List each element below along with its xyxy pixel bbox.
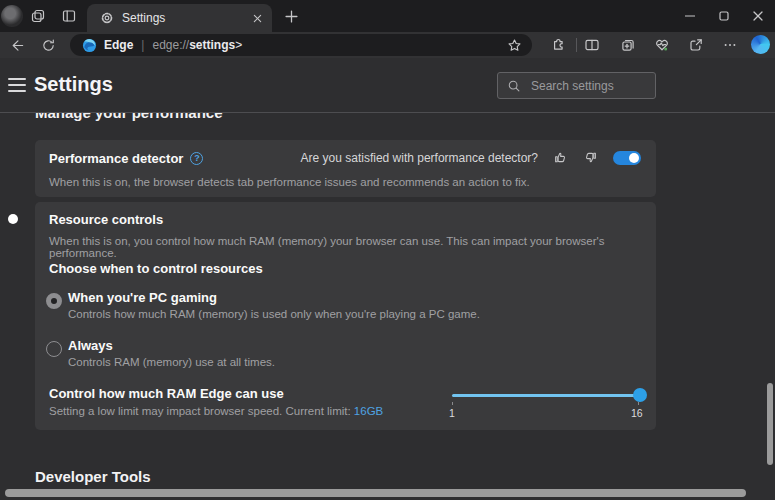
search-icon: [507, 79, 521, 93]
address-bar[interactable]: Edge | edge://settings>: [70, 34, 532, 56]
close-icon[interactable]: [741, 0, 775, 32]
refresh-icon[interactable]: [39, 36, 57, 54]
performance-detector-card: Performance detector ? Are you satisfied…: [35, 140, 656, 197]
minimize-icon[interactable]: [673, 0, 707, 32]
slider-min-label: 1: [449, 407, 455, 419]
menu-icon[interactable]: [8, 78, 26, 92]
slider-max-label: 16: [631, 407, 643, 419]
radio-pc-gaming-label[interactable]: When you're PC gaming: [68, 290, 217, 305]
workspaces-icon[interactable]: [30, 8, 46, 24]
more-menu-icon[interactable]: [721, 36, 739, 54]
current-limit-link[interactable]: 16GB: [354, 405, 383, 417]
ram-limit-title: Control how much RAM Edge can use: [49, 386, 284, 401]
window-controls: [673, 0, 775, 32]
resource-controls-title: Resource controls: [49, 212, 163, 227]
resource-controls-card: Resource controls When this is on, you c…: [35, 202, 656, 430]
tab-close-icon[interactable]: [253, 14, 262, 23]
search-input[interactable]: [529, 78, 643, 94]
vertical-scrollbar[interactable]: [767, 383, 773, 465]
gear-icon: [100, 11, 114, 25]
maximize-icon[interactable]: [707, 0, 741, 32]
address-url: edge://settings>: [152, 38, 242, 52]
radio-pc-gaming[interactable]: [46, 293, 62, 309]
profile-avatar[interactable]: [1, 5, 23, 27]
copilot-icon[interactable]: [751, 35, 770, 54]
collections-icon[interactable]: [619, 36, 637, 54]
ram-limit-description: Setting a low limit may impact browser s…: [49, 405, 383, 417]
section-title-developer-tools: Developer Tools: [35, 468, 151, 485]
split-screen-icon[interactable]: [583, 36, 601, 54]
page-title: Settings: [34, 73, 113, 96]
search-settings-box[interactable]: [497, 72, 656, 99]
feedback-question: Are you satisfied with performance detec…: [301, 151, 538, 165]
edge-logo-icon: [82, 38, 97, 53]
thumbs-up-icon[interactable]: [553, 150, 568, 165]
favorite-star-icon[interactable]: [507, 38, 522, 53]
horizontal-scrollbar[interactable]: [5, 489, 746, 497]
browser-essentials-icon[interactable]: [653, 36, 671, 54]
help-icon[interactable]: ?: [190, 152, 203, 165]
resource-controls-description: When this is on, you control how much RA…: [49, 235, 656, 259]
share-icon[interactable]: [687, 36, 705, 54]
performance-detector-toggle[interactable]: [613, 151, 641, 165]
back-icon[interactable]: [8, 36, 26, 54]
tab-settings[interactable]: Settings: [87, 4, 272, 32]
performance-detector-description: When this is on, the browser detects tab…: [49, 176, 530, 188]
thumbs-down-icon[interactable]: [583, 150, 598, 165]
radio-always-description: Controls RAM (memory) use at all times.: [68, 356, 275, 368]
address-brand-label: Edge: [104, 38, 133, 52]
titlebar: Settings: [0, 0, 775, 32]
slider-tick-min: [452, 402, 453, 405]
tab-title: Settings: [122, 11, 253, 25]
extensions-icon[interactable]: [549, 36, 567, 54]
ram-slider-thumb[interactable]: [633, 388, 647, 402]
radio-always-label[interactable]: Always: [68, 338, 113, 353]
vertical-tabs-icon[interactable]: [61, 8, 77, 24]
toolbar: Edge | edge://settings>: [0, 32, 775, 58]
radio-pc-gaming-description: Controls how much RAM (memory) is used o…: [68, 308, 480, 320]
toolbar-divider: [576, 38, 577, 52]
radio-always[interactable]: [46, 341, 62, 357]
ram-slider-track[interactable]: [452, 394, 642, 397]
performance-detector-title: Performance detector: [49, 151, 183, 166]
address-separator: |: [141, 38, 144, 52]
choose-resources-title: Choose when to control resources: [49, 261, 263, 276]
slider-tick-max: [638, 402, 639, 405]
settings-header: [0, 58, 775, 113]
new-tab-icon[interactable]: [283, 8, 299, 24]
